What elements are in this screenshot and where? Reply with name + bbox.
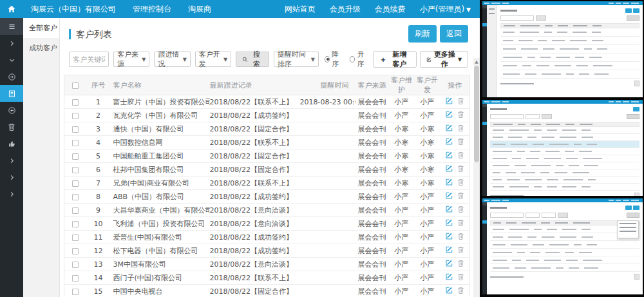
row-checkbox[interactable] bbox=[72, 126, 79, 133]
row-checkbox[interactable] bbox=[72, 221, 79, 227]
delete-row-icon[interactable] bbox=[457, 233, 464, 242]
select-all-checkbox[interactable] bbox=[72, 82, 79, 89]
followup-select[interactable]: 跟进情况▼ bbox=[154, 52, 190, 67]
nav-member-renew[interactable]: 会员续费 bbox=[375, 4, 406, 15]
edit-row-icon[interactable] bbox=[445, 124, 453, 134]
delete-row-icon[interactable] bbox=[457, 287, 464, 296]
add-customer-button[interactable]: ＋新增客户 bbox=[373, 51, 416, 68]
table-row: 133M中国有限公司2018/08/22【意向洽谈】展会会刊小严小严 bbox=[64, 258, 470, 271]
sidebar-item-all-customers[interactable]: 全部客户 bbox=[23, 18, 59, 38]
sidebar-item-success[interactable] bbox=[0, 135, 23, 152]
row-checkbox[interactable] bbox=[72, 153, 79, 160]
edit-row-icon[interactable] bbox=[445, 110, 453, 120]
delete-row-icon[interactable] bbox=[457, 151, 464, 161]
edit-row-icon[interactable] bbox=[445, 191, 453, 202]
filter-bar: 客户来源▼ 跟进情况▼ 客户开发▼ 搜索 提醒时间排序▼ 降序 升序 ＋新增客户 bbox=[60, 46, 473, 75]
delete-row-icon[interactable] bbox=[457, 260, 464, 269]
followup-record: 2018/08/22【固定合作】 bbox=[210, 122, 300, 136]
user-menu[interactable]: 小严(管理员)▼ bbox=[420, 4, 471, 15]
customer-source: 展会会刊 bbox=[355, 231, 389, 244]
delete-row-icon[interactable] bbox=[457, 273, 464, 283]
sort-select[interactable]: 提醒时间排序▼ bbox=[274, 52, 319, 67]
edit-row-icon[interactable] bbox=[445, 286, 453, 296]
sidebar-item-success-customers[interactable]: 成功客户 bbox=[23, 38, 59, 58]
delete-row-icon[interactable] bbox=[457, 192, 464, 202]
scrollbar-up-arrow[interactable]: ▲ bbox=[473, 58, 480, 66]
sidebar-item-expand-3[interactable] bbox=[0, 152, 23, 169]
edit-row-icon[interactable] bbox=[445, 232, 453, 242]
row-checkbox[interactable] bbox=[72, 248, 79, 254]
delete-row-icon[interactable] bbox=[457, 138, 464, 148]
edit-row-icon[interactable] bbox=[445, 164, 453, 175]
nav-taozhanshang[interactable]: 淘展商 bbox=[188, 4, 211, 15]
edit-row-icon[interactable] bbox=[445, 259, 453, 269]
brand-company-name[interactable]: 淘展云（中国）有限公司 bbox=[31, 4, 116, 15]
reminder-time bbox=[300, 217, 355, 231]
edit-row-icon[interactable] bbox=[445, 178, 453, 188]
keyword-input[interactable] bbox=[69, 52, 109, 67]
home-button[interactable] bbox=[0, 0, 23, 18]
row-checkbox[interactable] bbox=[72, 140, 79, 146]
row-checkbox[interactable] bbox=[72, 194, 79, 200]
sidebar-item-expand-4[interactable] bbox=[0, 169, 23, 186]
reminder-time: 2018-08-23 00:00 bbox=[300, 95, 355, 109]
customer-maintainer: 小严 bbox=[389, 217, 415, 231]
delete-row-icon[interactable] bbox=[457, 111, 464, 120]
row-checkbox[interactable] bbox=[72, 235, 79, 241]
edit-row-icon[interactable] bbox=[445, 151, 453, 161]
more-actions-button[interactable]: 更多操作▼ bbox=[420, 51, 469, 68]
row-checkbox[interactable] bbox=[72, 207, 79, 214]
row-checkbox[interactable] bbox=[72, 289, 79, 295]
back-button[interactable]: 返回 bbox=[440, 25, 468, 43]
sidebar-item-expand-5[interactable] bbox=[0, 186, 23, 202]
sidebar-item-export[interactable] bbox=[0, 102, 23, 119]
radio-dot bbox=[325, 56, 330, 62]
delete-row-icon[interactable] bbox=[457, 219, 464, 229]
delete-row-icon[interactable] bbox=[457, 178, 464, 188]
sidebar-item-recycle[interactable] bbox=[0, 119, 23, 135]
sidebar-item-customer-list[interactable] bbox=[0, 85, 23, 102]
row-checkbox[interactable] bbox=[72, 262, 79, 268]
row-checkbox[interactable] bbox=[72, 275, 79, 282]
table-row: 7兄弟(中国)商业有限公司2018/08/22【联系不上】展会会刊小寒小寒 bbox=[64, 177, 470, 190]
customer-maintainer: 小寒 bbox=[389, 163, 415, 177]
vertical-scrollbar[interactable]: ▲ bbox=[473, 18, 480, 297]
row-checkbox[interactable] bbox=[72, 99, 79, 106]
delete-row-icon[interactable] bbox=[457, 165, 464, 175]
search-button[interactable]: 搜索 bbox=[236, 52, 269, 67]
sidebar-item-expand-2[interactable] bbox=[0, 52, 23, 68]
sidebar-item-expand-1[interactable] bbox=[0, 35, 23, 52]
row-checkbox[interactable] bbox=[72, 167, 79, 173]
customer-developer: 小严 bbox=[415, 244, 440, 258]
delete-row-icon[interactable] bbox=[457, 246, 464, 256]
row-seq: 7 bbox=[86, 177, 111, 190]
login-arrow-icon bbox=[8, 73, 16, 81]
edit-row-icon[interactable] bbox=[445, 97, 453, 107]
edit-row-icon[interactable] bbox=[445, 205, 453, 215]
nav-admin-console[interactable]: 管理控制台 bbox=[133, 4, 171, 15]
delete-row-icon[interactable] bbox=[457, 206, 464, 215]
nav-member-upgrade[interactable]: 会员升级 bbox=[330, 4, 361, 15]
sidebar-menu-toggle[interactable] bbox=[0, 18, 23, 35]
nav-site-home[interactable]: 网站首页 bbox=[285, 4, 316, 15]
delete-row-icon[interactable] bbox=[457, 97, 464, 107]
edit-row-icon[interactable] bbox=[445, 245, 453, 256]
edit-row-icon[interactable] bbox=[445, 218, 453, 229]
delete-row-icon[interactable] bbox=[457, 124, 464, 134]
refresh-button[interactable]: 刷新 bbox=[408, 25, 437, 43]
row-checkbox[interactable] bbox=[72, 113, 79, 119]
sort-asc-radio[interactable]: 升序 bbox=[350, 50, 368, 69]
screenshot-thumbnail-1 bbox=[482, 1, 643, 97]
scrollbar-thumb[interactable] bbox=[474, 66, 479, 162]
scrollbar-track[interactable] bbox=[473, 162, 480, 297]
sidebar-item-import[interactable] bbox=[0, 68, 23, 85]
edit-row-icon[interactable] bbox=[445, 137, 453, 148]
edit-row-icon[interactable] bbox=[445, 273, 453, 283]
row-checkbox[interactable] bbox=[72, 180, 79, 187]
page-title: 客户列表 bbox=[69, 29, 112, 39]
customer-name: 中国数控信息网 bbox=[111, 136, 210, 149]
followup-record: 2018/08/22【成功签约】 bbox=[210, 190, 300, 204]
develop-select[interactable]: 客户开发▼ bbox=[195, 52, 231, 67]
source-select[interactable]: 客户来源▼ bbox=[113, 52, 149, 67]
sort-desc-radio[interactable]: 降序 bbox=[325, 50, 343, 69]
